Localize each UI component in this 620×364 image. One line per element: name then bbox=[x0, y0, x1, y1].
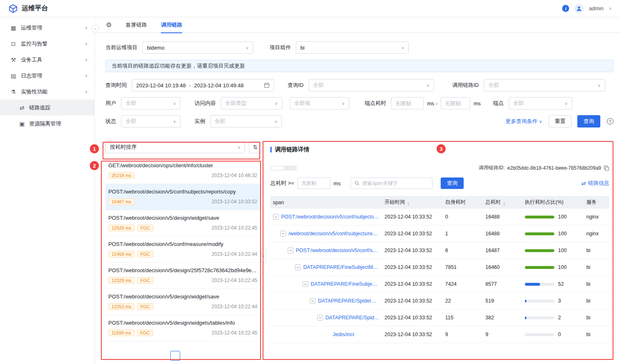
trace-list-item[interactable]: POST:/webroot/decision/v5/design/widget/… bbox=[105, 210, 261, 237]
reset-button[interactable]: 重置 bbox=[549, 115, 572, 127]
top-tab[interactable]: 首屏链路 bbox=[126, 17, 147, 33]
trace-list-item[interactable]: POST:/webroot/decision/v5/conf/measure/m… bbox=[105, 237, 261, 263]
service-cell: bi bbox=[584, 248, 609, 253]
span-row[interactable]: − DATAPREPARE/FineSubjectModifyServiceIm… bbox=[270, 259, 609, 276]
copy-icon[interactable] bbox=[604, 165, 609, 171]
page-button[interactable] bbox=[170, 351, 180, 361]
page-button[interactable] bbox=[156, 351, 165, 361]
span-name[interactable]: DATAPREPARE/FineSubjectModifyServiceImpl bbox=[303, 264, 380, 270]
collapse-icon[interactable]: − bbox=[317, 315, 323, 321]
request-time: 2023-12-04 10:22:45 bbox=[212, 225, 257, 231]
query-button[interactable]: 查询 bbox=[577, 115, 600, 127]
avatar[interactable] bbox=[574, 4, 583, 13]
span-row[interactable]: − DATAPREPARE/SpiderTableHelper 2023-12-… bbox=[270, 309, 609, 326]
top-tab[interactable]: 调用链路 bbox=[161, 17, 182, 33]
total-cost-input[interactable] bbox=[297, 177, 330, 189]
top-tabbar: ⚙ 首屏链路 调用链路 bbox=[95, 17, 620, 33]
span-row[interactable]: − POST:/webroot/decision/v5/conf/subject… bbox=[270, 242, 609, 259]
status-label: 状态 bbox=[105, 118, 116, 125]
sidebar-item[interactable]: ⚗ 实验性功能 ∧ bbox=[0, 84, 94, 100]
trace-list-item[interactable]: POST:/webroot/decision/v5/conf/subjects/… bbox=[105, 184, 261, 210]
span-name[interactable]: /webroot/decision/v5/conf/subjects/repor… bbox=[288, 231, 380, 237]
span-row[interactable]: − /webroot/decision/v5/conf/subjects/rep… bbox=[270, 225, 609, 242]
time-end: 2023-12-04 10:49:48 bbox=[194, 82, 244, 89]
sidebar-item[interactable]: ⊡ 监控与告警 ∨ bbox=[0, 36, 94, 52]
query-id-select[interactable]: 全部 ∨ bbox=[309, 79, 434, 91]
endpoint-cost-max-input[interactable] bbox=[441, 97, 470, 109]
total-cost-cell: 8577 bbox=[483, 281, 522, 287]
user-select[interactable]: 全部 ∨ bbox=[121, 97, 181, 109]
status-select[interactable]: 全部 ∨ bbox=[121, 115, 181, 127]
detail-title-row: 调用链路详情 bbox=[270, 146, 609, 153]
endpoint-select[interactable]: 全部 ∨ bbox=[509, 97, 572, 109]
span-row[interactable]: − DATAPREPARE/SpiderAnalysisTableBuilder… bbox=[270, 293, 609, 309]
info-icon[interactable]: i bbox=[562, 5, 569, 12]
sidebar-subitem[interactable]: ▣ 资源隔离管理 bbox=[0, 116, 94, 132]
trace-list-item[interactable]: POST:/webroot/decision/v5/design/widgets… bbox=[105, 315, 261, 341]
service-cell: bi bbox=[584, 264, 609, 270]
chevron-down-icon[interactable]: ∨ bbox=[609, 6, 612, 11]
sidebar-item[interactable]: ▤ 日志管理 ∨ bbox=[0, 68, 94, 84]
instance-select[interactable]: 全部 ∨ bbox=[210, 115, 282, 127]
collapse-icon[interactable]: − bbox=[273, 214, 279, 220]
page-button[interactable] bbox=[229, 351, 239, 361]
time-range-picker[interactable]: 2023-12-04 10:19:48 - 2023-12-04 10:49:4… bbox=[132, 79, 274, 91]
collapse-icon[interactable]: − bbox=[288, 248, 293, 253]
sort-carets-icon[interactable]: ▲▼ bbox=[407, 202, 410, 206]
service-cell: bi bbox=[584, 281, 609, 287]
span-row[interactable]: − Jedis/incr 2023-12-04 10:33:52 9 9 0 b… bbox=[270, 326, 609, 343]
gear-icon[interactable]: ⚙ bbox=[106, 21, 112, 29]
request-path: POST:/webroot/decision/v5/design/widgets… bbox=[108, 320, 257, 326]
username: admin bbox=[589, 5, 603, 11]
ms-dash-unit: ms - bbox=[427, 100, 437, 107]
content-type-select[interactable]: 全部类型 ∨ bbox=[221, 97, 282, 109]
sidebar-collapse-button[interactable]: ‹ bbox=[92, 25, 99, 32]
trace-list-item[interactable]: POST:/webroot/decision/v5/design/25f5728… bbox=[105, 263, 261, 289]
collapse-icon[interactable]: − bbox=[280, 231, 286, 237]
sidebar-subitem-icon: ▣ bbox=[18, 121, 25, 127]
span-search-input[interactable] bbox=[362, 180, 428, 186]
span-search-box[interactable] bbox=[350, 177, 432, 189]
page-button[interactable] bbox=[200, 351, 210, 361]
endpoint-cost-min-input[interactable] bbox=[391, 97, 424, 109]
sort-carets-icon[interactable]: ▲▼ bbox=[503, 202, 506, 206]
project-select[interactable]: bidemo ∨ bbox=[142, 41, 253, 54]
span-name[interactable]: POST:/webroot/decision/v5/conf/subjects/… bbox=[281, 214, 380, 220]
page-button[interactable] bbox=[215, 351, 224, 361]
span-name[interactable]: Jedis/incr bbox=[333, 332, 355, 337]
span-name[interactable]: POST:/webroot/decision/v5/conf/subjects/… bbox=[296, 248, 380, 253]
exec-pct-cell: 0 bbox=[522, 332, 584, 337]
top-tab-label: 调用链路 bbox=[161, 21, 182, 29]
start-time-cell: 2023-12-04 10:33:52 bbox=[382, 281, 443, 287]
page-button[interactable] bbox=[185, 351, 195, 361]
col-start-time: 开始时间▲▼ bbox=[382, 199, 443, 206]
content-item-select[interactable]: 全部项 ∨ bbox=[290, 97, 349, 109]
detail-tab[interactable] bbox=[271, 166, 284, 170]
trace-list-item[interactable]: POST:/webroot/decision/v5/design/widget/… bbox=[105, 289, 261, 315]
trace-id-select[interactable]: 全部 ∨ bbox=[484, 79, 605, 91]
span-row[interactable]: − POST:/webroot/decision/v5/conf/subject… bbox=[270, 209, 609, 225]
span-name[interactable]: DATAPREPARE/SpiderTableHelper bbox=[325, 315, 380, 321]
detail-query-button[interactable]: 查询 bbox=[441, 177, 464, 189]
feedback-icon[interactable]: ! bbox=[607, 118, 613, 125]
more-filters-link[interactable]: 更多查询条件 ∨ bbox=[506, 118, 542, 125]
page-button[interactable] bbox=[244, 351, 254, 361]
chevron-down-icon: ∨ bbox=[565, 101, 567, 106]
sidebar-item[interactable]: ▦ 运维管理 ∨ bbox=[0, 20, 94, 36]
collapse-icon[interactable]: − bbox=[302, 281, 308, 287]
detail-tab[interactable] bbox=[284, 166, 296, 170]
sidebar-item[interactable]: ⚒ 业务工具 ∨ bbox=[0, 52, 94, 68]
collapse-icon[interactable]: − bbox=[295, 264, 301, 270]
trace-list-item[interactable]: GET:/webroot/decision/ops/client/info/cl… bbox=[105, 158, 261, 184]
span-name[interactable]: DATAPREPARE/SpiderAnalysisTableBuilder bbox=[318, 298, 380, 304]
component-select[interactable]: bi ∨ bbox=[296, 41, 409, 54]
sort-select[interactable]: 按耗时排序 ∨ bbox=[105, 141, 245, 153]
collapse-icon[interactable]: − bbox=[310, 298, 316, 304]
span-name[interactable]: DATAPREPARE/FineSubjectModifyServiceImpl bbox=[311, 281, 380, 287]
link-info-button[interactable]: ⇄ 链路信息 bbox=[581, 180, 609, 187]
sidebar-subitem[interactable]: ⇄ 链路追踪 bbox=[0, 100, 94, 116]
sort-order-button[interactable]: ⇅ bbox=[249, 141, 261, 153]
span-row[interactable]: − DATAPREPARE/FineSubjectModifyServiceIm… bbox=[270, 276, 609, 293]
panel-collapse-handle[interactable]: ‹ bbox=[261, 249, 267, 263]
span-table-body: − POST:/webroot/decision/v5/conf/subject… bbox=[270, 209, 609, 343]
